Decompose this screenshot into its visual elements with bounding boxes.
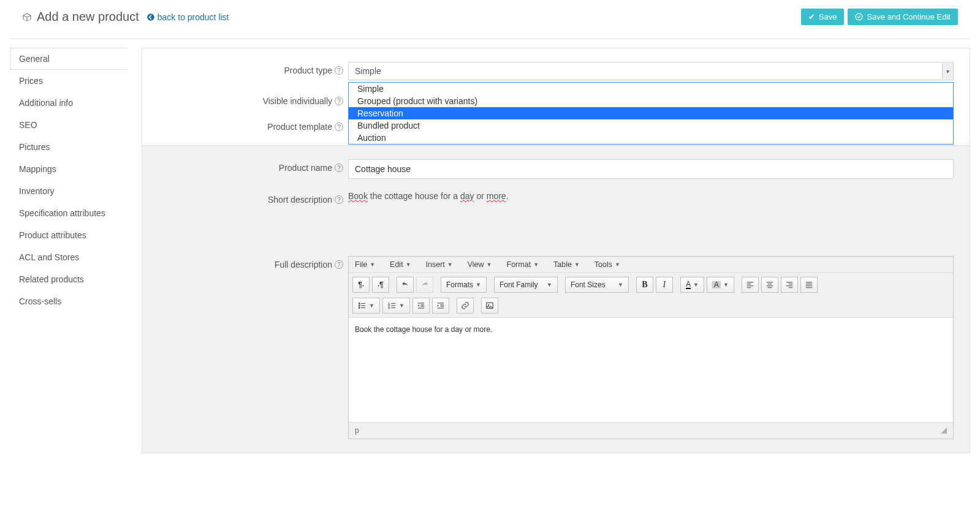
page-header: Add a new product back to product list ✔… [0, 0, 980, 39]
content: GeneralPricesAdditional infoSEOPicturesM… [0, 39, 980, 462]
rich-text-editor: File▼Edit▼Insert▼View▼Format▼Table▼Tools… [348, 256, 954, 439]
editor-menu-table[interactable]: Table▼ [553, 260, 580, 269]
tab-pictures[interactable]: Pictures [10, 136, 127, 158]
image-icon[interactable] [481, 298, 498, 314]
tab-specification-attributes[interactable]: Specification attributes [10, 202, 127, 224]
full-description-control: File▼Edit▼Insert▼View▼Format▼Table▼Tools… [348, 256, 954, 439]
label-visible-individually: Visible individually ? [158, 92, 348, 106]
back-link[interactable]: back to product list [146, 12, 229, 22]
text-color-icon[interactable]: A▼ [680, 277, 704, 293]
product-type-value: Simple [355, 66, 381, 76]
align-left-icon[interactable] [742, 277, 759, 293]
svg-point-19 [359, 305, 360, 306]
page-title-text: Add a new product [37, 10, 139, 24]
tab-acl-and-stores[interactable]: ACL and Stores [10, 246, 127, 268]
product-type-control: Simple ▾ SimpleGrouped (product with var… [348, 62, 954, 80]
tab-mappings[interactable]: Mappings [10, 158, 127, 180]
tab-general[interactable]: General [10, 48, 127, 70]
svg-point-1 [856, 13, 862, 20]
save-continue-button[interactable]: Save and Continue Edit [848, 9, 958, 25]
product-type-dropdown: SimpleGrouped (product with variants)Res… [348, 82, 954, 145]
font-sizes-dropdown[interactable]: Font Sizes▼ [565, 277, 629, 293]
bg-color-icon[interactable]: A▼ [707, 277, 734, 293]
dropdown-option[interactable]: Grouped (product with variants) [349, 95, 953, 107]
check-circle-icon [855, 13, 863, 21]
number-list-icon[interactable]: 123▼ [382, 298, 410, 314]
svg-point-18 [359, 303, 360, 304]
row-product-type: Product type ? Simple ▾ SimpleGrouped (p… [158, 62, 954, 80]
label-product-type: Product type ? [158, 62, 348, 75]
sidebar-tabs: GeneralPricesAdditional infoSEOPicturesM… [10, 48, 127, 312]
tab-additional-info[interactable]: Additional info [10, 92, 127, 114]
editor-statusbar: p [349, 422, 953, 438]
resize-handle-icon[interactable] [941, 427, 947, 434]
link-icon[interactable] [457, 298, 474, 314]
editor-body-text: Book the cottage house for a day or more… [355, 325, 492, 334]
save-continue-button-label: Save and Continue Edit [867, 12, 951, 21]
dropdown-option[interactable]: Bundled product [349, 119, 953, 132]
product-name-control [348, 159, 954, 179]
align-right-icon[interactable] [781, 277, 798, 293]
help-icon[interactable]: ? [335, 66, 343, 75]
font-family-dropdown[interactable]: Font Family▼ [494, 277, 558, 293]
help-icon[interactable]: ? [335, 122, 343, 131]
editor-menu-edit[interactable]: Edit▼ [390, 260, 411, 269]
label-product-template: Product template ? [158, 118, 348, 132]
rtl-icon[interactable]: ‹¶ [372, 277, 389, 293]
section-details: Product name ? Short description ? Book … [142, 146, 970, 453]
svg-point-20 [359, 307, 360, 309]
italic-icon[interactable]: I [656, 277, 673, 293]
short-description-control: Book the cottage house for a day or more… [348, 191, 954, 244]
label-short-description: Short description ? [158, 191, 348, 205]
align-justify-icon[interactable] [800, 277, 818, 293]
bold-icon[interactable]: B [636, 277, 653, 293]
header-actions: ✔ Save Save and Continue Edit [801, 9, 958, 25]
check-icon: ✔ [808, 12, 815, 21]
editor-toolbar: ¶› ‹¶ Formats▼ Font Family▼ Font Sizes▼ [349, 273, 953, 318]
svg-text:3: 3 [389, 306, 390, 309]
undo-icon[interactable] [397, 277, 414, 293]
short-description-textarea[interactable]: Book the cottage house for a day or more… [348, 191, 954, 244]
editor-body[interactable]: Book the cottage house for a day or more… [349, 318, 953, 422]
editor-menu-format[interactable]: Format▼ [507, 260, 539, 269]
indent-icon[interactable] [432, 298, 449, 314]
editor-menu-view[interactable]: View▼ [468, 260, 492, 269]
tab-product-attributes[interactable]: Product attributes [10, 224, 127, 246]
tab-inventory[interactable]: Inventory [10, 180, 127, 202]
help-icon[interactable]: ? [335, 195, 343, 204]
help-icon[interactable]: ? [335, 97, 343, 105]
editor-menu-insert[interactable]: Insert▼ [426, 260, 453, 269]
help-icon[interactable]: ? [335, 164, 343, 172]
tab-cross-sells[interactable]: Cross-sells [10, 290, 127, 312]
align-center-icon[interactable] [761, 277, 778, 293]
product-type-select[interactable]: Simple ▾ [348, 62, 954, 80]
tab-related-products[interactable]: Related products [10, 268, 127, 290]
save-button-label: Save [819, 12, 837, 21]
cube-icon [22, 12, 32, 22]
svg-point-0 [147, 13, 154, 21]
editor-menu-tools[interactable]: Tools▼ [594, 260, 620, 269]
ltr-icon[interactable]: ¶› [352, 277, 370, 293]
dropdown-option[interactable]: Auction [349, 132, 953, 144]
chevron-down-icon: ▾ [942, 63, 953, 79]
bullet-list-icon[interactable]: ▼ [352, 298, 380, 314]
tab-prices[interactable]: Prices [10, 70, 127, 92]
main-panel: Product type ? Simple ▾ SimpleGrouped (p… [142, 48, 970, 453]
page-title: Add a new product [22, 10, 139, 24]
tab-seo[interactable]: SEO [10, 114, 127, 136]
formats-dropdown[interactable]: Formats▼ [441, 277, 487, 293]
dropdown-option[interactable]: Reservation [349, 107, 953, 119]
dropdown-option[interactable]: Simple [349, 83, 953, 95]
row-short-description: Short description ? Book the cottage hou… [158, 191, 954, 244]
editor-path: p [355, 426, 359, 435]
save-button[interactable]: ✔ Save [801, 9, 845, 25]
back-arrow-icon [146, 13, 155, 21]
editor-menu-file[interactable]: File▼ [355, 260, 375, 269]
svg-point-39 [488, 304, 489, 306]
back-link-label: back to product list [158, 12, 229, 22]
product-name-input[interactable] [348, 159, 954, 179]
help-icon[interactable]: ? [335, 260, 343, 269]
row-product-name: Product name ? [158, 159, 954, 179]
redo-icon[interactable] [416, 277, 433, 293]
outdent-icon[interactable] [412, 298, 430, 314]
